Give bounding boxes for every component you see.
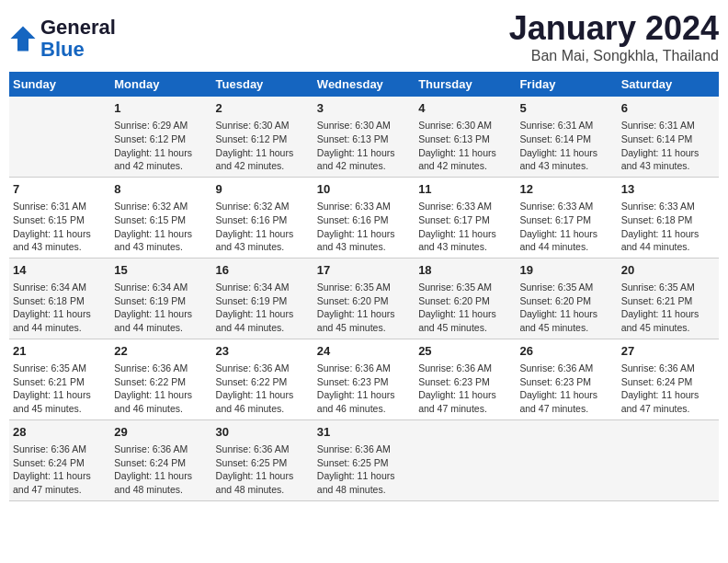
calendar-cell: 18Sunrise: 6:35 AM Sunset: 6:20 PM Dayli… <box>415 258 516 339</box>
calendar-cell: 22Sunrise: 6:36 AM Sunset: 6:22 PM Dayli… <box>110 339 211 419</box>
day-number: 10 <box>317 181 411 198</box>
day-number: 2 <box>216 100 310 117</box>
calendar-cell: 3Sunrise: 6:30 AM Sunset: 6:13 PM Daylig… <box>313 97 415 177</box>
calendar-cell: 20Sunrise: 6:35 AM Sunset: 6:21 PM Dayli… <box>618 258 719 339</box>
day-details: Sunrise: 6:36 AM Sunset: 6:24 PM Dayligh… <box>621 362 715 416</box>
day-number: 24 <box>317 343 411 360</box>
header-row: SundayMondayTuesdayWednesdayThursdayFrid… <box>9 72 719 97</box>
week-row-2: 7Sunrise: 6:31 AM Sunset: 6:15 PM Daylig… <box>9 177 719 258</box>
week-row-5: 28Sunrise: 6:36 AM Sunset: 6:24 PM Dayli… <box>9 419 719 500</box>
day-number: 9 <box>216 181 310 198</box>
day-number: 20 <box>621 262 715 279</box>
column-header-wednesday: Wednesday <box>313 72 415 97</box>
day-number: 21 <box>13 343 107 360</box>
logo: General Blue <box>9 17 116 61</box>
day-details: Sunrise: 6:36 AM Sunset: 6:22 PM Dayligh… <box>114 362 208 416</box>
calendar-cell: 8Sunrise: 6:32 AM Sunset: 6:15 PM Daylig… <box>110 177 211 258</box>
calendar-cell: 31Sunrise: 6:36 AM Sunset: 6:25 PM Dayli… <box>313 419 415 500</box>
day-details: Sunrise: 6:33 AM Sunset: 6:17 PM Dayligh… <box>418 200 512 254</box>
calendar-cell: 9Sunrise: 6:32 AM Sunset: 6:16 PM Daylig… <box>212 177 313 258</box>
column-header-friday: Friday <box>516 72 617 97</box>
day-details: Sunrise: 6:33 AM Sunset: 6:17 PM Dayligh… <box>519 200 613 254</box>
page-header: General Blue January 2024 Ban Mai, Songk… <box>9 9 719 64</box>
calendar-cell: 21Sunrise: 6:35 AM Sunset: 6:21 PM Dayli… <box>9 339 110 419</box>
day-details: Sunrise: 6:36 AM Sunset: 6:23 PM Dayligh… <box>519 362 613 416</box>
calendar-cell <box>9 97 110 177</box>
day-number: 6 <box>621 100 715 117</box>
main-title: January 2024 <box>509 9 719 48</box>
calendar-cell: 4Sunrise: 6:30 AM Sunset: 6:13 PM Daylig… <box>415 97 516 177</box>
day-details: Sunrise: 6:33 AM Sunset: 6:16 PM Dayligh… <box>317 200 411 254</box>
week-row-3: 14Sunrise: 6:34 AM Sunset: 6:18 PM Dayli… <box>9 258 719 339</box>
week-row-1: 1Sunrise: 6:29 AM Sunset: 6:12 PM Daylig… <box>9 97 719 177</box>
day-details: Sunrise: 6:36 AM Sunset: 6:22 PM Dayligh… <box>216 362 310 416</box>
calendar-cell: 30Sunrise: 6:36 AM Sunset: 6:25 PM Dayli… <box>212 419 313 500</box>
day-details: Sunrise: 6:36 AM Sunset: 6:24 PM Dayligh… <box>13 442 107 497</box>
day-number: 30 <box>216 424 310 441</box>
column-header-saturday: Saturday <box>618 72 719 97</box>
svg-marker-0 <box>11 27 36 52</box>
column-header-monday: Monday <box>110 72 211 97</box>
calendar-cell: 13Sunrise: 6:33 AM Sunset: 6:18 PM Dayli… <box>618 177 719 258</box>
calendar-cell: 28Sunrise: 6:36 AM Sunset: 6:24 PM Dayli… <box>9 419 110 500</box>
calendar-table: SundayMondayTuesdayWednesdayThursdayFrid… <box>9 72 719 501</box>
calendar-header: SundayMondayTuesdayWednesdayThursdayFrid… <box>9 72 719 97</box>
day-details: Sunrise: 6:30 AM Sunset: 6:12 PM Dayligh… <box>216 119 310 173</box>
day-details: Sunrise: 6:36 AM Sunset: 6:25 PM Dayligh… <box>216 442 310 497</box>
day-details: Sunrise: 6:35 AM Sunset: 6:20 PM Dayligh… <box>519 281 613 335</box>
day-number: 23 <box>216 343 310 360</box>
calendar-cell <box>516 419 617 500</box>
calendar-cell: 2Sunrise: 6:30 AM Sunset: 6:12 PM Daylig… <box>212 97 313 177</box>
logo-icon <box>9 25 37 52</box>
day-details: Sunrise: 6:34 AM Sunset: 6:19 PM Dayligh… <box>216 281 310 335</box>
day-number: 8 <box>114 181 208 198</box>
day-details: Sunrise: 6:34 AM Sunset: 6:19 PM Dayligh… <box>114 281 208 335</box>
day-number: 7 <box>13 181 107 198</box>
subtitle: Ban Mai, Songkhla, Thailand <box>509 48 719 64</box>
day-number: 12 <box>519 181 613 198</box>
calendar-cell: 24Sunrise: 6:36 AM Sunset: 6:23 PM Dayli… <box>313 339 415 419</box>
day-number: 4 <box>418 100 512 117</box>
day-number: 31 <box>317 424 411 441</box>
day-details: Sunrise: 6:30 AM Sunset: 6:13 PM Dayligh… <box>317 119 411 173</box>
day-details: Sunrise: 6:36 AM Sunset: 6:24 PM Dayligh… <box>114 442 208 497</box>
calendar-cell <box>415 419 516 500</box>
day-details: Sunrise: 6:35 AM Sunset: 6:20 PM Dayligh… <box>317 281 411 335</box>
day-number: 28 <box>13 424 107 441</box>
day-details: Sunrise: 6:33 AM Sunset: 6:18 PM Dayligh… <box>621 200 715 254</box>
day-number: 14 <box>13 262 107 279</box>
calendar-cell: 26Sunrise: 6:36 AM Sunset: 6:23 PM Dayli… <box>516 339 617 419</box>
calendar-cell: 16Sunrise: 6:34 AM Sunset: 6:19 PM Dayli… <box>212 258 313 339</box>
day-details: Sunrise: 6:31 AM Sunset: 6:15 PM Dayligh… <box>13 200 107 254</box>
day-number: 25 <box>418 343 512 360</box>
calendar-cell: 11Sunrise: 6:33 AM Sunset: 6:17 PM Dayli… <box>415 177 516 258</box>
day-details: Sunrise: 6:31 AM Sunset: 6:14 PM Dayligh… <box>519 119 613 173</box>
day-number: 11 <box>418 181 512 198</box>
day-number: 27 <box>621 343 715 360</box>
day-number: 5 <box>519 100 613 117</box>
calendar-cell: 14Sunrise: 6:34 AM Sunset: 6:18 PM Dayli… <box>9 258 110 339</box>
day-number: 1 <box>114 100 208 117</box>
calendar-cell: 15Sunrise: 6:34 AM Sunset: 6:19 PM Dayli… <box>110 258 211 339</box>
day-number: 13 <box>621 181 715 198</box>
calendar-cell: 19Sunrise: 6:35 AM Sunset: 6:20 PM Dayli… <box>516 258 617 339</box>
day-details: Sunrise: 6:32 AM Sunset: 6:15 PM Dayligh… <box>114 200 208 254</box>
calendar-cell: 25Sunrise: 6:36 AM Sunset: 6:23 PM Dayli… <box>415 339 516 419</box>
day-number: 17 <box>317 262 411 279</box>
logo-text: General Blue <box>40 17 116 61</box>
calendar-cell: 5Sunrise: 6:31 AM Sunset: 6:14 PM Daylig… <box>516 97 617 177</box>
calendar-body: 1Sunrise: 6:29 AM Sunset: 6:12 PM Daylig… <box>9 97 719 500</box>
day-details: Sunrise: 6:34 AM Sunset: 6:18 PM Dayligh… <box>13 281 107 335</box>
day-number: 29 <box>114 424 208 441</box>
calendar-cell: 6Sunrise: 6:31 AM Sunset: 6:14 PM Daylig… <box>618 97 719 177</box>
day-details: Sunrise: 6:36 AM Sunset: 6:25 PM Dayligh… <box>317 442 411 497</box>
week-row-4: 21Sunrise: 6:35 AM Sunset: 6:21 PM Dayli… <box>9 339 719 419</box>
day-number: 16 <box>216 262 310 279</box>
day-details: Sunrise: 6:36 AM Sunset: 6:23 PM Dayligh… <box>418 362 512 416</box>
column-header-sunday: Sunday <box>9 72 110 97</box>
day-number: 15 <box>114 262 208 279</box>
day-details: Sunrise: 6:35 AM Sunset: 6:20 PM Dayligh… <box>418 281 512 335</box>
column-header-tuesday: Tuesday <box>212 72 313 97</box>
title-block: January 2024 Ban Mai, Songkhla, Thailand <box>509 9 719 64</box>
day-details: Sunrise: 6:36 AM Sunset: 6:23 PM Dayligh… <box>317 362 411 416</box>
